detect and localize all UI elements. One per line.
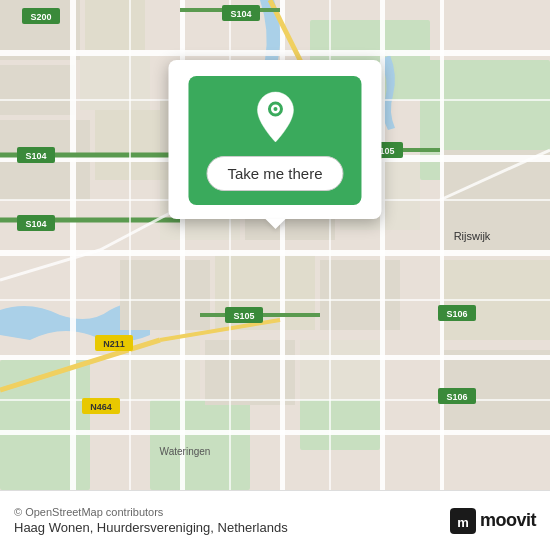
svg-rect-7 [85, 0, 145, 50]
svg-text:m: m [457, 515, 469, 530]
svg-text:S106: S106 [446, 392, 467, 402]
svg-text:S104: S104 [25, 151, 46, 161]
location-pin-icon [253, 90, 297, 144]
svg-rect-3 [0, 360, 90, 490]
svg-text:S104: S104 [25, 219, 46, 229]
svg-rect-26 [0, 50, 550, 56]
popup-card: Take me there [168, 60, 381, 219]
take-me-there-button[interactable]: Take me there [206, 156, 343, 191]
svg-text:S200: S200 [30, 12, 51, 22]
svg-point-79 [273, 107, 277, 111]
moovit-logo: m moovit [450, 508, 536, 534]
svg-rect-35 [440, 0, 444, 490]
svg-text:N464: N464 [90, 402, 112, 412]
svg-rect-22 [300, 340, 385, 400]
map-container: S200 S104 S104 S104 S105 S105 S106 S106 … [0, 0, 550, 490]
svg-text:S105: S105 [233, 311, 254, 321]
svg-text:Wateringen: Wateringen [160, 446, 211, 457]
svg-rect-8 [0, 65, 75, 115]
svg-rect-31 [70, 0, 76, 490]
moovit-text: moovit [480, 510, 536, 531]
map-attribution: © OpenStreetMap contributors [14, 506, 288, 518]
svg-rect-4 [150, 400, 250, 490]
location-name: Haag Wonen, Huurdersvereniging, Netherla… [14, 520, 288, 535]
footer: © OpenStreetMap contributors Haag Wonen,… [0, 490, 550, 550]
svg-rect-19 [320, 260, 400, 330]
svg-text:S106: S106 [446, 309, 467, 319]
svg-rect-17 [120, 260, 210, 330]
svg-rect-9 [80, 55, 150, 110]
svg-rect-29 [0, 355, 550, 360]
moovit-logo-icon: m [450, 508, 476, 534]
svg-text:Rijswijk: Rijswijk [454, 230, 491, 242]
svg-rect-30 [0, 430, 550, 435]
svg-text:N211: N211 [103, 339, 125, 349]
popup-content: Take me there [188, 76, 361, 205]
svg-text:S104: S104 [230, 9, 251, 19]
